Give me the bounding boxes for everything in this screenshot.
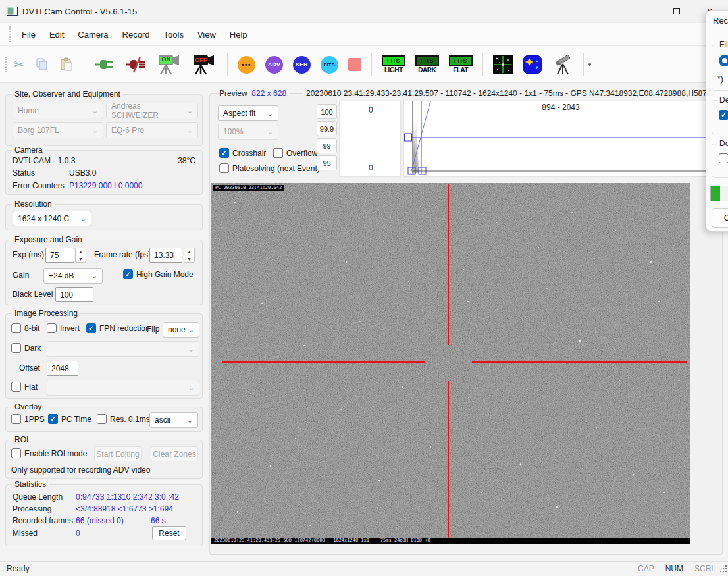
menu-view[interactable]: View — [197, 30, 216, 39]
mount-select[interactable]: EQ-6 Pro⌄ — [106, 122, 198, 138]
crosshair-horizontal-left — [222, 361, 425, 363]
record-adv-icon[interactable]: ADV — [265, 56, 283, 74]
menu-edit[interactable]: Edit — [49, 30, 64, 39]
fits-dark-icon[interactable]: FITS DARK — [415, 55, 439, 74]
telescope-select[interactable]: Borg 107FL⌄ — [13, 122, 103, 138]
zoom-select[interactable]: 100%⌄ — [218, 124, 278, 140]
aspect-select[interactable]: Aspect fit⌄ — [218, 105, 278, 121]
app-icon — [7, 7, 18, 16]
camera-off-icon[interactable]: OFF — [192, 53, 217, 76]
spinner-down-icon[interactable]: ▼ — [184, 255, 194, 262]
copy-icon[interactable] — [35, 57, 49, 72]
minimize-button[interactable] — [629, 0, 659, 22]
pct-99-9-button[interactable]: 99.9 — [317, 121, 337, 136]
fits-flat-icon[interactable]: FITS FLAT — [449, 55, 473, 74]
exp-input[interactable]: 75 — [45, 248, 74, 263]
record-file-group: File *) — [712, 45, 728, 91]
flat-file-select[interactable]: ⌄ — [47, 380, 199, 396]
telescope-icon[interactable] — [552, 53, 573, 76]
roi-group-title: ROI — [12, 435, 31, 444]
scissors-icon[interactable]: ✂ — [14, 57, 25, 72]
preview-image[interactable]: PC 20230610 23:41:29.542 20230610+23:41:… — [211, 183, 690, 544]
stop-icon[interactable] — [348, 58, 361, 71]
pct-100-button[interactable]: 100 — [317, 104, 337, 119]
fpn-reduction-checkbox[interactable]: ✓ FPN reduction — [86, 323, 150, 333]
invert-checkbox[interactable]: Invert — [47, 323, 80, 333]
dark-file-select[interactable]: ⌄ — [47, 341, 199, 357]
starfield-icon[interactable] — [493, 55, 513, 74]
reset-button[interactable]: Reset — [152, 526, 186, 540]
fps-input[interactable]: 13.33 — [149, 248, 182, 263]
site-group: Site, Observer and Equipment Home⌄ Andre… — [5, 94, 203, 146]
pct-95-button[interactable]: 95 — [317, 155, 337, 170]
toolbar-overflow-icon[interactable]: ▾ — [588, 61, 592, 68]
1pps-checkbox[interactable]: 1PPS — [11, 414, 45, 424]
paste-icon[interactable] — [59, 57, 74, 72]
status-bar: Ready CAP NUM SCRL — [0, 561, 728, 576]
connect-icon[interactable] — [94, 57, 115, 72]
record-dots-icon[interactable]: ••• — [238, 56, 255, 74]
overlay-mode-select[interactable]: ascii⌄ — [149, 412, 198, 428]
disconnect-icon[interactable] — [125, 56, 147, 73]
res-01ms-checkbox[interactable]: Res. 0.1ms — [97, 414, 150, 424]
drag-handle[interactable] — [9, 26, 12, 42]
resolution-select[interactable]: 1624 x 1240 C⌄ — [13, 211, 91, 226]
record-close-button[interactable]: C — [712, 208, 728, 228]
preview-group-title: Preview 822 x 628 — [217, 89, 289, 98]
menu-help[interactable]: Help — [230, 30, 247, 39]
menu-file[interactable]: File — [22, 30, 36, 39]
record-panel: Reco File *) Dela ✓ Dela C — [706, 10, 728, 232]
maximize-button[interactable] — [662, 0, 692, 22]
pc-time-checkbox[interactable]: ✓ PC Time — [48, 414, 91, 424]
chevron-down-icon: ⌄ — [188, 327, 194, 334]
drag-handle[interactable] — [5, 57, 8, 72]
offset-input[interactable]: 2048 — [47, 361, 78, 376]
site-select[interactable]: Home⌄ — [13, 103, 103, 118]
spinner-down-icon[interactable]: ▼ — [76, 255, 86, 262]
delay2-checkbox[interactable] — [719, 153, 728, 163]
observer-select[interactable]: Andreas SCHWEIZER⌄ — [106, 103, 198, 118]
num-lock-indicator: NUM — [665, 564, 683, 573]
spinner-up-icon[interactable]: ▲ — [76, 248, 86, 255]
exp-stepper[interactable]: ▲ ▼ — [75, 248, 86, 263]
black-level-input[interactable]: 100 — [55, 287, 93, 302]
menu-camera[interactable]: Camera — [78, 30, 108, 39]
pct-99-button[interactable]: 99 — [317, 138, 337, 153]
menu-record[interactable]: Record — [122, 30, 150, 39]
site-group-title: Site, Observer and Equipment — [12, 90, 123, 99]
check-icon: ✓ — [721, 111, 726, 118]
fps-stepper[interactable]: ▲ ▼ — [184, 248, 195, 263]
8bit-checkbox[interactable]: 8-bit — [11, 323, 39, 333]
menu-tools[interactable]: Tools — [164, 30, 184, 39]
fits-light-icon[interactable]: FITS LIGHT — [382, 55, 405, 74]
enable-roi-checkbox[interactable]: Enable ROI mode — [11, 448, 87, 458]
statistics-group: Statistics Queue Length 0:94733 1:1310 2… — [5, 484, 203, 546]
overlay-group: Overlay 1PPS ✓ PC Time Res. 0.1ms ascii⌄ — [5, 407, 203, 432]
minimize-icon — [640, 11, 647, 11]
histogram-panel[interactable]: 894 - 2043 — [403, 101, 718, 177]
record-fits-icon[interactable]: FITS — [321, 56, 338, 74]
chevron-down-icon: ⌄ — [92, 127, 98, 134]
high-gain-mode-checkbox[interactable]: ✓ High Gain Mode — [123, 269, 194, 279]
start-editing-button[interactable]: Start Editing — [94, 446, 142, 461]
flip-select[interactable]: none⌄ — [163, 322, 199, 338]
clear-zones-button[interactable]: Clear Zones — [151, 446, 198, 461]
record-progress-bar — [710, 186, 728, 201]
camera-on-icon[interactable]: ON — [157, 53, 182, 76]
record-panel-title: Reco — [713, 16, 728, 26]
flat-checkbox[interactable]: Flat — [11, 382, 38, 392]
platesolving-checkbox[interactable]: Platesolving (next Event) — [219, 163, 320, 173]
dark-checkbox[interactable]: Dark — [11, 343, 41, 353]
delay1-checkbox[interactable]: ✓ — [719, 110, 728, 120]
level-top-value: 0 — [369, 105, 373, 115]
spinner-up-icon[interactable]: ▲ — [184, 248, 194, 255]
file-format-radio[interactable] — [719, 55, 728, 66]
resize-grip-icon[interactable] — [719, 565, 727, 573]
crosshair-checkbox[interactable]: ✓ Crosshair — [219, 148, 266, 158]
gain-select[interactable]: +24 dB⌄ — [43, 268, 103, 284]
platesolve-icon[interactable] — [523, 55, 542, 74]
toolbar-separator — [583, 53, 584, 76]
overflow-checkbox[interactable]: Overflow — [273, 148, 317, 158]
gain-label: Gain — [13, 271, 29, 280]
record-ser-icon[interactable]: SER — [293, 56, 311, 74]
